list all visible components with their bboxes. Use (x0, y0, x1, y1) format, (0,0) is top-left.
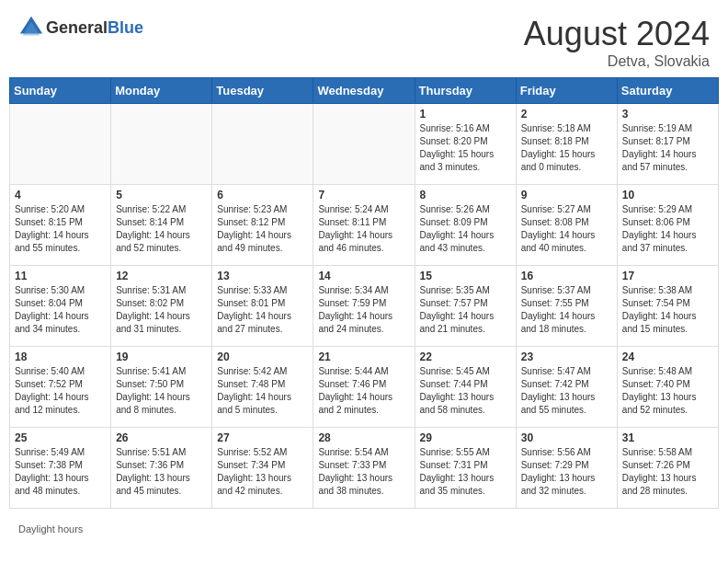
day-number: 30 (521, 431, 612, 444)
day-info: Sunrise: 5:49 AMSunset: 7:38 PMDaylight:… (15, 446, 106, 498)
footer: Daylight hours (0, 518, 728, 540)
calendar-cell: 14Sunrise: 5:34 AMSunset: 7:59 PMDayligh… (313, 266, 415, 347)
day-info: Sunrise: 5:38 AMSunset: 7:54 PMDaylight:… (622, 284, 713, 336)
day-info: Sunrise: 5:41 AMSunset: 7:50 PMDaylight:… (116, 365, 207, 417)
day-info: Sunrise: 5:45 AMSunset: 7:44 PMDaylight:… (420, 365, 511, 417)
logo-icon (18, 15, 44, 40)
day-info: Sunrise: 5:35 AMSunset: 7:57 PMDaylight:… (420, 284, 511, 336)
day-number: 20 (217, 350, 308, 363)
day-info: Sunrise: 5:52 AMSunset: 7:34 PMDaylight:… (217, 446, 308, 498)
day-number: 18 (15, 350, 106, 363)
calendar-table: SundayMondayTuesdayWednesdayThursdayFrid… (9, 77, 719, 509)
calendar-cell: 24Sunrise: 5:48 AMSunset: 7:40 PMDayligh… (617, 347, 718, 428)
day-number: 5 (116, 189, 207, 201)
day-number: 11 (15, 270, 106, 282)
day-info: Sunrise: 5:16 AMSunset: 8:20 PMDaylight:… (420, 122, 511, 174)
day-info: Sunrise: 5:37 AMSunset: 7:55 PMDaylight:… (521, 284, 612, 336)
calendar-cell (313, 104, 415, 185)
calendar-cell: 4Sunrise: 5:20 AMSunset: 8:15 PMDaylight… (10, 185, 111, 266)
day-info: Sunrise: 5:18 AMSunset: 8:18 PMDaylight:… (521, 122, 612, 174)
day-number: 29 (420, 431, 511, 444)
day-number: 16 (521, 270, 612, 282)
day-number: 6 (217, 189, 308, 201)
calendar-body: 1Sunrise: 5:16 AMSunset: 8:20 PMDaylight… (10, 104, 719, 509)
calendar-cell: 26Sunrise: 5:51 AMSunset: 7:36 PMDayligh… (111, 428, 212, 509)
day-info: Sunrise: 5:19 AMSunset: 8:17 PMDaylight:… (622, 122, 713, 174)
calendar-cell: 27Sunrise: 5:52 AMSunset: 7:34 PMDayligh… (212, 428, 313, 509)
day-info: Sunrise: 5:20 AMSunset: 8:15 PMDaylight:… (15, 203, 106, 255)
day-number: 13 (217, 270, 308, 282)
calendar-week-row: 1Sunrise: 5:16 AMSunset: 8:20 PMDaylight… (10, 104, 719, 185)
day-info: Sunrise: 5:27 AMSunset: 8:08 PMDaylight:… (521, 203, 612, 255)
day-number: 2 (521, 108, 612, 121)
calendar-cell: 18Sunrise: 5:40 AMSunset: 7:52 PMDayligh… (10, 347, 111, 428)
day-number: 23 (521, 350, 612, 363)
calendar-cell: 2Sunrise: 5:18 AMSunset: 8:18 PMDaylight… (516, 104, 617, 185)
calendar-cell: 22Sunrise: 5:45 AMSunset: 7:44 PMDayligh… (415, 347, 516, 428)
day-number: 8 (420, 189, 511, 201)
day-number: 12 (116, 270, 207, 282)
day-info: Sunrise: 5:34 AMSunset: 7:59 PMDaylight:… (318, 284, 409, 336)
day-info: Sunrise: 5:51 AMSunset: 7:36 PMDaylight:… (116, 446, 207, 498)
day-info: Sunrise: 5:56 AMSunset: 7:29 PMDaylight:… (521, 446, 612, 498)
weekday-header-row: SundayMondayTuesdayWednesdayThursdayFrid… (10, 78, 719, 104)
weekday-header: Saturday (617, 78, 718, 104)
weekday-header: Thursday (415, 78, 516, 104)
weekday-header: Tuesday (212, 78, 313, 104)
calendar-cell: 23Sunrise: 5:47 AMSunset: 7:42 PMDayligh… (516, 347, 617, 428)
weekday-header: Monday (111, 78, 212, 104)
day-info: Sunrise: 5:26 AMSunset: 8:09 PMDaylight:… (420, 203, 511, 255)
calendar-cell: 16Sunrise: 5:37 AMSunset: 7:55 PMDayligh… (516, 266, 617, 347)
calendar-cell: 6Sunrise: 5:23 AMSunset: 8:12 PMDaylight… (212, 185, 313, 266)
weekday-header: Sunday (10, 78, 111, 104)
calendar-cell: 3Sunrise: 5:19 AMSunset: 8:17 PMDaylight… (617, 104, 718, 185)
calendar-week-row: 11Sunrise: 5:30 AMSunset: 8:04 PMDayligh… (10, 266, 719, 347)
day-number: 21 (318, 350, 409, 363)
calendar-cell (212, 104, 313, 185)
day-number: 26 (116, 431, 207, 444)
calendar-cell: 5Sunrise: 5:22 AMSunset: 8:14 PMDaylight… (111, 185, 212, 266)
day-info: Sunrise: 5:42 AMSunset: 7:48 PMDaylight:… (217, 365, 308, 417)
calendar-cell: 8Sunrise: 5:26 AMSunset: 8:09 PMDaylight… (415, 185, 516, 266)
daylight-label: Daylight hours (18, 523, 83, 534)
calendar-cell (111, 104, 212, 185)
day-info: Sunrise: 5:22 AMSunset: 8:14 PMDaylight:… (116, 203, 207, 255)
day-info: Sunrise: 5:48 AMSunset: 7:40 PMDaylight:… (622, 365, 713, 417)
day-number: 25 (15, 431, 106, 444)
day-number: 3 (622, 108, 713, 121)
calendar-cell: 19Sunrise: 5:41 AMSunset: 7:50 PMDayligh… (111, 347, 212, 428)
calendar-cell: 15Sunrise: 5:35 AMSunset: 7:57 PMDayligh… (415, 266, 516, 347)
day-info: Sunrise: 5:44 AMSunset: 7:46 PMDaylight:… (318, 365, 409, 417)
calendar-week-row: 4Sunrise: 5:20 AMSunset: 8:15 PMDaylight… (10, 185, 719, 266)
logo-general: General (46, 18, 108, 37)
calendar-cell: 11Sunrise: 5:30 AMSunset: 8:04 PMDayligh… (10, 266, 111, 347)
day-number: 19 (116, 350, 207, 363)
day-number: 10 (622, 189, 713, 201)
calendar-cell: 29Sunrise: 5:55 AMSunset: 7:31 PMDayligh… (415, 428, 516, 509)
calendar-cell: 9Sunrise: 5:27 AMSunset: 8:08 PMDaylight… (516, 185, 617, 266)
calendar-week-row: 18Sunrise: 5:40 AMSunset: 7:52 PMDayligh… (10, 347, 719, 428)
calendar-cell: 17Sunrise: 5:38 AMSunset: 7:54 PMDayligh… (617, 266, 718, 347)
day-number: 22 (420, 350, 511, 363)
day-number: 7 (318, 189, 409, 201)
day-number: 4 (15, 189, 106, 201)
weekday-header: Wednesday (313, 78, 415, 104)
day-info: Sunrise: 5:31 AMSunset: 8:02 PMDaylight:… (116, 284, 207, 336)
day-info: Sunrise: 5:24 AMSunset: 8:11 PMDaylight:… (318, 203, 409, 255)
day-info: Sunrise: 5:47 AMSunset: 7:42 PMDaylight:… (521, 365, 612, 417)
month-year: August 2024 (524, 15, 710, 53)
calendar-wrapper: SundayMondayTuesdayWednesdayThursdayFrid… (0, 77, 728, 518)
page-header: GeneralBlue August 2024 Detva, Slovakia (0, 0, 728, 77)
calendar-cell: 20Sunrise: 5:42 AMSunset: 7:48 PMDayligh… (212, 347, 313, 428)
day-number: 14 (318, 270, 409, 282)
day-info: Sunrise: 5:30 AMSunset: 8:04 PMDaylight:… (15, 284, 106, 336)
day-info: Sunrise: 5:29 AMSunset: 8:06 PMDaylight:… (622, 203, 713, 255)
calendar-cell: 25Sunrise: 5:49 AMSunset: 7:38 PMDayligh… (10, 428, 111, 509)
calendar-cell: 12Sunrise: 5:31 AMSunset: 8:02 PMDayligh… (111, 266, 212, 347)
calendar-cell: 30Sunrise: 5:56 AMSunset: 7:29 PMDayligh… (516, 428, 617, 509)
day-number: 17 (622, 270, 713, 282)
day-number: 1 (420, 108, 511, 121)
calendar-cell: 7Sunrise: 5:24 AMSunset: 8:11 PMDaylight… (313, 185, 415, 266)
day-number: 31 (622, 431, 713, 444)
calendar-cell: 13Sunrise: 5:33 AMSunset: 8:01 PMDayligh… (212, 266, 313, 347)
